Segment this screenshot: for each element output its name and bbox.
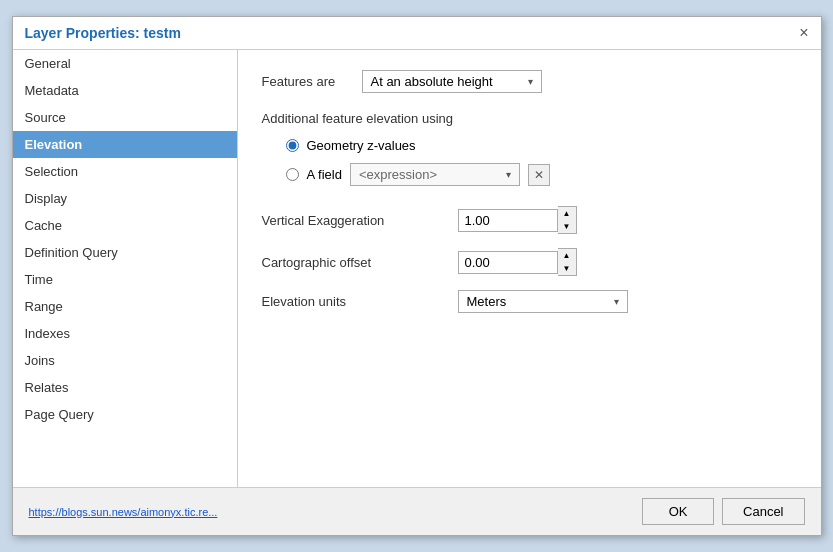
elevation-units-label: Elevation units <box>262 294 442 309</box>
sidebar-item-source[interactable]: Source <box>13 104 237 131</box>
layer-properties-dialog: Layer Properties: testm × General Metada… <box>12 16 822 536</box>
radio-group: Geometry z-values A field <expression> ▾… <box>286 138 797 186</box>
sidebar-item-joins[interactable]: Joins <box>13 347 237 374</box>
param-section: Vertical Exaggeration 1.00 ▲ ▼ Cartograp… <box>262 206 797 313</box>
sidebar-item-general[interactable]: General <box>13 50 237 77</box>
radio-geometry-row: Geometry z-values <box>286 138 797 153</box>
close-button[interactable]: × <box>799 25 808 41</box>
sidebar-item-elevation[interactable]: Elevation <box>13 131 237 158</box>
elevation-units-row: Elevation units Meters ▾ <box>262 290 797 313</box>
field-expression-value: <expression> <box>359 167 437 182</box>
cartographic-offset-row: Cartographic offset 0.00 ▲ ▼ <box>262 248 797 276</box>
sidebar-item-metadata[interactable]: Metadata <box>13 77 237 104</box>
chevron-down-icon-units: ▾ <box>614 296 619 307</box>
sidebar-item-display[interactable]: Display <box>13 185 237 212</box>
title-bar: Layer Properties: testm × <box>13 17 821 50</box>
additional-section-title: Additional feature elevation using <box>262 111 797 126</box>
clear-icon: ✕ <box>534 168 544 182</box>
clear-expression-button[interactable]: ✕ <box>528 164 550 186</box>
dialog-body: General Metadata Source Elevation Select… <box>13 50 821 487</box>
radio-geometry[interactable] <box>286 139 299 152</box>
vertical-exaggeration-spinner-buttons: ▲ ▼ <box>558 206 577 234</box>
radio-field-row: A field <expression> ▾ ✕ <box>286 163 797 186</box>
sidebar-item-definition-query[interactable]: Definition Query <box>13 239 237 266</box>
field-expression-dropdown[interactable]: <expression> ▾ <box>350 163 520 186</box>
chevron-down-icon-field: ▾ <box>506 169 511 180</box>
radio-field-label: A field <box>307 167 342 182</box>
sidebar-item-range[interactable]: Range <box>13 293 237 320</box>
sidebar: General Metadata Source Elevation Select… <box>13 50 238 487</box>
dialog-footer: https://blogs.sun.news/aimonyx.tic.re...… <box>13 487 821 535</box>
sidebar-item-page-query[interactable]: Page Query <box>13 401 237 428</box>
footer-link[interactable]: https://blogs.sun.news/aimonyx.tic.re... <box>29 506 218 518</box>
vertical-exaggeration-down-button[interactable]: ▼ <box>558 220 576 233</box>
features-are-row: Features are At an absolute height ▾ <box>262 70 797 93</box>
vertical-exaggeration-spinner: 1.00 ▲ ▼ <box>458 206 577 234</box>
dialog-title: Layer Properties: testm <box>25 25 181 41</box>
cartographic-offset-down-button[interactable]: ▼ <box>558 262 576 275</box>
elevation-units-dropdown[interactable]: Meters ▾ <box>458 290 628 313</box>
vertical-exaggeration-label: Vertical Exaggeration <box>262 213 442 228</box>
vertical-exaggeration-input[interactable]: 1.00 <box>458 209 558 232</box>
cartographic-offset-spinner-buttons: ▲ ▼ <box>558 248 577 276</box>
sidebar-item-time[interactable]: Time <box>13 266 237 293</box>
sidebar-item-indexes[interactable]: Indexes <box>13 320 237 347</box>
radio-field[interactable] <box>286 168 299 181</box>
cartographic-offset-up-button[interactable]: ▲ <box>558 249 576 262</box>
sidebar-item-cache[interactable]: Cache <box>13 212 237 239</box>
vertical-exaggeration-row: Vertical Exaggeration 1.00 ▲ ▼ <box>262 206 797 234</box>
ok-button[interactable]: OK <box>642 498 714 525</box>
features-are-label: Features are <box>262 74 352 89</box>
sidebar-scroll: General Metadata Source Elevation Select… <box>13 50 237 487</box>
sidebar-item-relates[interactable]: Relates <box>13 374 237 401</box>
chevron-down-icon: ▾ <box>528 76 533 87</box>
elevation-units-value: Meters <box>467 294 507 309</box>
radio-geometry-label: Geometry z-values <box>307 138 416 153</box>
main-content: Features are At an absolute height ▾ Add… <box>238 50 821 487</box>
cartographic-offset-input[interactable]: 0.00 <box>458 251 558 274</box>
vertical-exaggeration-up-button[interactable]: ▲ <box>558 207 576 220</box>
sidebar-item-selection[interactable]: Selection <box>13 158 237 185</box>
features-dropdown[interactable]: At an absolute height ▾ <box>362 70 542 93</box>
cartographic-offset-spinner: 0.00 ▲ ▼ <box>458 248 577 276</box>
cancel-button[interactable]: Cancel <box>722 498 804 525</box>
cartographic-offset-label: Cartographic offset <box>262 255 442 270</box>
